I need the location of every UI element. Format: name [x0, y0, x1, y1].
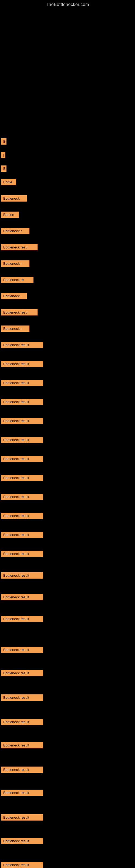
- bottleneck-result-badge: Bottleneck result: [1, 594, 43, 600]
- list-item: Bottleneck result: [1, 475, 43, 484]
- list-item: Bottleneck result: [1, 694, 43, 703]
- bottleneck-result-badge: Bottleneck result: [1, 380, 43, 386]
- bottleneck-result-badge: Bottleneck result: [1, 862, 43, 868]
- list-item: Bottleneck result: [1, 437, 43, 446]
- list-item: Bottleneck result: [1, 513, 43, 522]
- bottleneck-result-badge: Bottleneck result: [1, 361, 43, 367]
- list-item: Bottleneck result: [1, 594, 43, 603]
- bottleneck-result-badge: Bottleneck: [1, 195, 27, 202]
- list-item: Bottleneck result: [1, 814, 43, 823]
- list-item: Bottleneck result: [1, 572, 43, 581]
- bottleneck-result-badge: Bottleneck result: [1, 418, 43, 424]
- bottleneck-result-badge: Bottleneck result: [1, 838, 43, 844]
- list-item: |: [1, 152, 5, 161]
- bottleneck-result-badge: Bottleneck result: [1, 342, 43, 348]
- bottleneck-result-badge: B: [1, 165, 6, 172]
- list-item: Bottleneck resu: [1, 309, 38, 318]
- list-item: Bottleneck result: [1, 551, 43, 560]
- list-item: Bottleneck result: [1, 418, 43, 427]
- list-item: Bottle: [1, 179, 16, 188]
- list-item: Bottleneck result: [1, 361, 43, 370]
- list-item: Bottleneck result: [1, 670, 43, 679]
- bottleneck-result-badge: Bottleneck result: [1, 456, 43, 462]
- bottleneck-result-badge: Bottleneck resu: [1, 244, 38, 250]
- bottleneck-result-badge: Bottleneck result: [1, 475, 43, 481]
- bottleneck-result-badge: Bottleneck result: [1, 647, 43, 653]
- bottleneck-result-badge: Bottleneck result: [1, 532, 43, 538]
- list-item: Bottleneck result: [1, 380, 43, 389]
- list-item: Bottleneck: [1, 293, 27, 302]
- list-item: Bottleneck result: [1, 838, 43, 847]
- list-item: Bottleneck result: [1, 532, 43, 540]
- list-item: Bottleneck r: [1, 260, 30, 269]
- bottleneck-result-badge: Bottleneck r: [1, 228, 30, 234]
- list-item: Bottleneck result: [1, 616, 43, 625]
- bottleneck-result-badge: |: [1, 152, 5, 158]
- bottleneck-result-badge: Bottleneck result: [1, 694, 43, 701]
- list-item: Bottleneck result: [1, 789, 43, 799]
- list-item: Bottleneck result: [1, 342, 43, 351]
- bottleneck-result-badge: Bottleneck re: [1, 277, 34, 283]
- list-item: Bottleneck result: [1, 767, 43, 775]
- bottleneck-result-badge: Bottleneck result: [1, 767, 43, 773]
- bottleneck-result-badge: Bottleneck result: [1, 789, 43, 796]
- bottleneck-result-badge: Bottleneck result: [1, 437, 43, 443]
- bottleneck-result-badge: Bottleneck resu: [1, 309, 38, 315]
- bottleneck-result-badge: Bottleneck result: [1, 551, 43, 557]
- list-item: Bottleneck result: [1, 647, 43, 656]
- bottleneck-result-badge: Bottleneck result: [1, 670, 43, 676]
- list-item: Bottleneck resu: [1, 244, 38, 253]
- bottleneck-result-badge: B: [1, 138, 6, 145]
- bottleneck-result-badge: Bottle: [1, 179, 16, 185]
- list-item: Bottleneck result: [1, 742, 43, 751]
- bottleneck-result-badge: Bottleneck r: [1, 326, 30, 332]
- bottleneck-result-badge: Bottleneck result: [1, 742, 43, 748]
- bottleneck-result-badge: Bottlen: [1, 212, 18, 218]
- list-item: Bottleneck result: [1, 456, 43, 465]
- list-item: Bottleneck result: [1, 399, 43, 408]
- list-item: B: [1, 138, 6, 147]
- list-item: B: [1, 165, 6, 175]
- bottleneck-result-badge: Bottleneck r: [1, 260, 30, 267]
- list-item: Bottleneck result: [1, 494, 43, 503]
- bottleneck-result-badge: Bottleneck result: [1, 494, 43, 500]
- bottleneck-result-badge: Bottleneck result: [1, 719, 43, 725]
- bottleneck-result-badge: Bottleneck result: [1, 616, 43, 622]
- bottleneck-result-badge: Bottleneck result: [1, 399, 43, 405]
- list-item: Bottleneck: [1, 195, 27, 204]
- bottleneck-result-badge: Bottleneck result: [1, 814, 43, 820]
- list-item: Bottleneck result: [1, 862, 43, 868]
- list-item: Bottleneck re: [1, 277, 34, 286]
- list-item: Bottleneck result: [1, 719, 43, 728]
- list-item: Bottlen: [1, 212, 18, 220]
- list-item: Bottleneck r: [1, 228, 30, 237]
- site-title: TheBottlenecker.com: [0, 0, 135, 8]
- bottleneck-result-badge: Bottleneck: [1, 293, 27, 299]
- list-item: Bottleneck r: [1, 326, 30, 335]
- bottleneck-result-badge: Bottleneck result: [1, 572, 43, 579]
- bottleneck-result-badge: Bottleneck result: [1, 513, 43, 519]
